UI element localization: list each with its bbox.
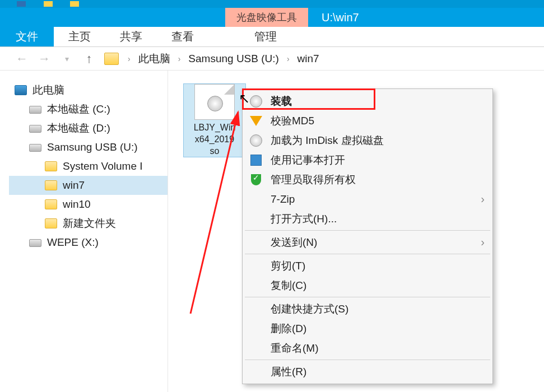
notepad-icon xyxy=(249,153,263,167)
menu-item-label: 复制(C) xyxy=(271,278,306,293)
tree-node-folder-selected[interactable]: win7 xyxy=(9,176,168,195)
context-menu-item-delete[interactable]: 删除(D) xyxy=(243,319,492,338)
breadcrumb-item[interactable]: Samsung USB (U:) xyxy=(186,52,281,66)
context-menu-item-shortcut[interactable]: 创建快捷方式(S) xyxy=(243,299,492,319)
file-item-iso[interactable]: LBJY_Win x64_2019 so xyxy=(184,84,245,157)
nav-recent-icon[interactable]: ▾ xyxy=(59,52,74,66)
shield-warning-icon xyxy=(249,114,263,128)
tree-node-this-pc[interactable]: 此电脑 xyxy=(9,81,168,100)
tree-node-folder[interactable]: win10 xyxy=(9,195,168,214)
tree-node-drive[interactable]: 本地磁盘 (C:) xyxy=(9,100,168,119)
contextual-tool-tab: 光盘映像工具 xyxy=(225,8,308,27)
tree-label: 本地磁盘 (D:) xyxy=(47,121,110,136)
menu-separator xyxy=(245,254,490,254)
context-menu-item-properties[interactable]: 属性(R) xyxy=(243,362,492,381)
breadcrumb[interactable]: › 此电脑 › Samsung USB (U:) › win7 xyxy=(104,50,322,67)
context-menu-item-send-to[interactable]: 发送到(N) › xyxy=(243,232,492,252)
chevron-right-icon: › xyxy=(481,236,485,249)
breadcrumb-item[interactable]: 此电脑 xyxy=(136,50,173,67)
tree-label: 新建文件夹 xyxy=(63,216,116,231)
file-thumb-icon xyxy=(194,84,235,120)
tree-node-drive[interactable]: 本地磁盘 (D:) xyxy=(9,119,168,138)
menu-item-label: 管理员取得所有权 xyxy=(271,172,356,187)
context-menu-item-open-with[interactable]: 打开方式(H)... xyxy=(243,209,492,228)
context-menu-item-admin-own[interactable]: 管理员取得所有权 xyxy=(243,170,492,189)
nav-up-icon[interactable]: ↑ xyxy=(82,52,96,66)
menu-item-label: 7-Zip xyxy=(271,193,295,206)
nav-forward-icon[interactable]: → xyxy=(37,52,52,66)
tree-label: win10 xyxy=(63,198,91,211)
context-menu-item-copy[interactable]: 复制(C) xyxy=(243,276,492,295)
ribbon-tab-manage[interactable]: 管理 xyxy=(240,27,291,46)
context-menu-item-7zip[interactable]: 7-Zip › xyxy=(243,189,492,209)
disc-icon xyxy=(207,96,223,111)
file-name-line: so xyxy=(184,146,245,157)
file-name-line: x64_2019 xyxy=(184,134,245,146)
chevron-right-icon[interactable]: › xyxy=(283,54,293,63)
pc-icon xyxy=(15,85,27,95)
disc-icon xyxy=(249,95,263,108)
menu-item-label: 属性(R) xyxy=(271,365,306,379)
drive-icon xyxy=(29,125,41,133)
tree-node-drive[interactable]: WEPE (X:) xyxy=(9,233,168,252)
window-title: U:\win7 xyxy=(308,8,373,27)
tree-label: Samsung USB (U:) xyxy=(47,141,138,153)
menu-item-label: 发送到(N) xyxy=(271,235,317,250)
ribbon-tab-share[interactable]: 共享 xyxy=(105,27,157,46)
menu-item-label: 校验MD5 xyxy=(271,114,314,128)
tree-label: WEPE (X:) xyxy=(47,236,99,249)
menu-separator xyxy=(245,297,490,297)
context-menu-item-md5[interactable]: 校验MD5 xyxy=(243,111,492,130)
menu-item-label: 剪切(T) xyxy=(271,259,305,273)
context-menu-item-mount[interactable]: 装载 xyxy=(243,91,492,111)
nav-bar: ← → ▾ ↑ › 此电脑 › Samsung USB (U:) › win7 xyxy=(0,47,544,71)
menu-item-label: 打开方式(H)... xyxy=(271,212,337,226)
menu-separator xyxy=(245,360,490,360)
drive-icon xyxy=(29,106,41,114)
context-menu-item-rename[interactable]: 重命名(M) xyxy=(243,338,492,358)
context-menu[interactable]: 装载 校验MD5 加载为 ImDisk 虚拟磁盘 使用记事本打开 管理员取得所有… xyxy=(242,88,493,384)
file-tab[interactable]: 文件 xyxy=(0,27,54,46)
navigation-tree[interactable]: 此电脑 本地磁盘 (C:) 本地磁盘 (D:) Samsung USB (U:)… xyxy=(0,71,168,392)
ribbon-tab-home[interactable]: 主页 xyxy=(54,27,105,46)
quick-access-bar xyxy=(0,0,544,8)
tree-node-folder[interactable]: System Volume I xyxy=(9,157,168,176)
menu-item-label: 装载 xyxy=(271,94,292,109)
tree-node-folder[interactable]: 新建文件夹 xyxy=(9,214,168,233)
breadcrumb-item[interactable]: win7 xyxy=(295,52,322,66)
menu-item-label: 加载为 ImDisk 虚拟磁盘 xyxy=(271,133,384,148)
title-bar: 光盘映像工具 U:\win7 xyxy=(0,8,544,27)
context-menu-item-notepad[interactable]: 使用记事本打开 xyxy=(243,150,492,170)
menu-item-label: 重命名(M) xyxy=(271,341,318,356)
disc-icon xyxy=(249,134,263,147)
drive-icon xyxy=(29,239,41,247)
menu-item-label: 使用记事本打开 xyxy=(271,153,345,167)
folder-icon xyxy=(45,218,57,228)
nav-back-icon[interactable]: ← xyxy=(15,52,29,66)
tree-label: win7 xyxy=(63,179,85,192)
chevron-right-icon[interactable]: › xyxy=(124,54,134,63)
ribbon-tab-view[interactable]: 查看 xyxy=(157,27,208,46)
menu-item-label: 删除(D) xyxy=(271,321,306,336)
folder-icon xyxy=(45,199,57,209)
shield-check-icon xyxy=(249,173,263,186)
drive-icon xyxy=(29,144,41,152)
context-menu-item-imdisk[interactable]: 加载为 ImDisk 虚拟磁盘 xyxy=(243,130,492,150)
menu-item-label: 创建快捷方式(S) xyxy=(271,302,348,316)
chevron-right-icon[interactable]: › xyxy=(175,54,184,63)
tree-label: 此电脑 xyxy=(32,83,64,97)
folder-icon xyxy=(104,53,119,65)
context-menu-item-cut[interactable]: 剪切(T) xyxy=(243,256,492,276)
tree-node-drive[interactable]: Samsung USB (U:) xyxy=(9,138,168,157)
folder-icon xyxy=(45,161,57,171)
file-name-line: LBJY_Win xyxy=(184,122,245,134)
ribbon-tabs: 文件 主页 共享 查看 管理 xyxy=(0,27,544,47)
menu-separator xyxy=(245,230,490,231)
folder-icon xyxy=(45,180,57,190)
tree-label: 本地磁盘 (C:) xyxy=(47,102,110,116)
tree-label: System Volume I xyxy=(63,160,143,172)
chevron-right-icon: › xyxy=(481,193,485,206)
